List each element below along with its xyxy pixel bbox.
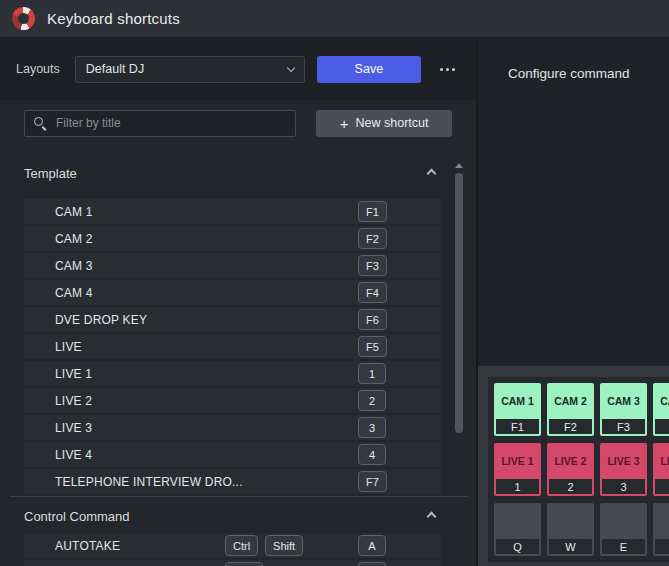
keycap-label: F1 bbox=[496, 419, 539, 434]
shortcut-list-content: Template CAM 1 F1 CAM 2 F2 CAM 3 F3 CAM … bbox=[0, 146, 476, 566]
key-badge bbox=[358, 562, 386, 566]
keycap-label: F3 bbox=[602, 419, 645, 434]
section-header[interactable]: Control Command bbox=[24, 503, 441, 529]
shortcut-section: Control Command AUTOTAKE CtrlShift A bbox=[0, 497, 476, 566]
section-header[interactable]: Template bbox=[24, 160, 441, 186]
save-button[interactable]: Save bbox=[317, 56, 421, 83]
filter-input[interactable] bbox=[54, 115, 287, 131]
key-badge: F3 bbox=[358, 255, 387, 276]
key-badge: F1 bbox=[358, 201, 387, 222]
shortcut-section: Template CAM 1 F1 CAM 2 F2 CAM 3 F3 CAM … bbox=[0, 160, 476, 494]
shortcut-list: Template CAM 1 F1 CAM 2 F2 CAM 3 F3 CAM … bbox=[0, 146, 476, 566]
scrollbar-thumb[interactable] bbox=[455, 173, 463, 433]
shortcut-title: LIVE 2 bbox=[55, 394, 92, 408]
main-key-slot: F3 bbox=[358, 255, 387, 276]
ellipsis-icon bbox=[446, 68, 449, 71]
key-command-label: LIVE 1 bbox=[494, 443, 541, 479]
key-badge: 1 bbox=[358, 363, 386, 384]
shortcut-row[interactable]: CAM 2 F2 bbox=[24, 226, 441, 251]
keyboard-key[interactable]: W bbox=[547, 503, 594, 556]
shortcut-title: CAM 1 bbox=[55, 205, 93, 219]
shortcut-title: LIVE 4 bbox=[55, 448, 92, 462]
chevron-down-icon bbox=[287, 63, 295, 71]
shortcut-row[interactable] bbox=[24, 560, 441, 566]
shortcut-row[interactable]: CAM 3 F3 bbox=[24, 253, 441, 278]
section-title: Template bbox=[24, 166, 77, 181]
key-badge: F5 bbox=[358, 336, 387, 357]
configure-panel-title: Configure command bbox=[508, 66, 630, 81]
key-command-label bbox=[494, 503, 541, 539]
new-shortcut-button[interactable]: + New shortcut bbox=[316, 110, 452, 137]
key-badge: F7 bbox=[358, 471, 387, 492]
filter-box[interactable] bbox=[24, 110, 296, 137]
keyboard-key[interactable]: CAM 2 F2 bbox=[547, 383, 594, 436]
key-badge: F4 bbox=[358, 282, 387, 303]
key-badge: F2 bbox=[358, 228, 387, 249]
keycap-label: R bbox=[655, 539, 669, 554]
keyboard-key[interactable]: LIVE 4 4 bbox=[653, 443, 669, 496]
key-badge: F6 bbox=[358, 309, 387, 330]
keyboard-key[interactable]: Q bbox=[494, 503, 541, 556]
scroll-up-arrow-icon[interactable] bbox=[455, 163, 463, 168]
key-command-label: CAM 3 bbox=[600, 383, 647, 419]
shortcut-row[interactable]: CAM 1 F1 bbox=[24, 199, 441, 224]
keycap-label: 4 bbox=[655, 479, 669, 494]
section-rows: CAM 1 F1 CAM 2 F2 CAM 3 F3 CAM 4 F4 DVE … bbox=[0, 199, 476, 494]
keycap-label: F4 bbox=[655, 419, 669, 434]
keyboard-key[interactable]: LIVE 1 1 bbox=[494, 443, 541, 496]
keyboard-key[interactable]: LIVE 3 3 bbox=[600, 443, 647, 496]
shortcut-row[interactable]: CAM 4 F4 bbox=[24, 280, 441, 305]
shortcut-row[interactable]: AUTOTAKE CtrlShift A bbox=[24, 533, 441, 558]
list-toolbar: + New shortcut bbox=[0, 100, 476, 146]
keycap-label: F2 bbox=[549, 419, 592, 434]
layouts-bar: Layouts Default DJ Save bbox=[0, 38, 476, 100]
main-key-slot: 3 bbox=[358, 417, 386, 438]
key-badge bbox=[225, 562, 263, 566]
shortcut-row[interactable]: LIVE 3 3 bbox=[24, 415, 441, 440]
main-key-slot: F5 bbox=[358, 336, 387, 357]
app-logo-icon bbox=[12, 7, 35, 30]
more-options-button[interactable] bbox=[435, 56, 460, 82]
key-command-label: LIVE 3 bbox=[600, 443, 647, 479]
main-key-slot: 1 bbox=[358, 363, 386, 384]
keyboard-key[interactable]: R bbox=[653, 503, 669, 556]
shortcut-title: LIVE 3 bbox=[55, 421, 92, 435]
key-badge: Shift bbox=[265, 535, 303, 556]
window-title: Keyboard shortcuts bbox=[47, 10, 180, 27]
main-key-slot: 4 bbox=[358, 444, 386, 465]
keyboard-preview-section: CAM 1 F1 CAM 2 F2 CAM 3 F3 CAM 4 F4 LIVE… bbox=[478, 366, 669, 566]
shortcut-title: TELEPHONE INTERVIEW DRO... bbox=[55, 475, 243, 489]
main-key-slot: F7 bbox=[358, 471, 387, 492]
shortcut-title: LIVE 1 bbox=[55, 367, 92, 381]
shortcut-row[interactable]: LIVE 4 4 bbox=[24, 442, 441, 467]
scrollbar[interactable] bbox=[455, 146, 463, 566]
keyboard-key[interactable]: CAM 1 F1 bbox=[494, 383, 541, 436]
keycap-label: Q bbox=[496, 539, 539, 554]
keyboard-grid: CAM 1 F1 CAM 2 F2 CAM 3 F3 CAM 4 F4 LIVE… bbox=[488, 377, 669, 562]
key-command-label: LIVE 4 bbox=[653, 443, 669, 479]
chevron-up-icon bbox=[427, 169, 437, 179]
section-title: Control Command bbox=[24, 509, 130, 524]
shortcut-row[interactable]: LIVE 2 2 bbox=[24, 388, 441, 413]
key-badge: 4 bbox=[358, 444, 386, 465]
main-key-slot: F6 bbox=[358, 309, 387, 330]
search-icon bbox=[33, 116, 47, 130]
shortcut-row[interactable]: TELEPHONE INTERVIEW DRO... F7 bbox=[24, 469, 441, 494]
chevron-up-icon bbox=[427, 512, 437, 522]
keyboard-key[interactable]: CAM 3 F3 bbox=[600, 383, 647, 436]
shortcut-row[interactable]: DVE DROP KEY F6 bbox=[24, 307, 441, 332]
shortcut-row[interactable]: LIVE 1 1 bbox=[24, 361, 441, 386]
configure-panel: Configure command CAM 1 F1 CAM 2 F2 CAM … bbox=[478, 38, 669, 566]
shortcut-title: CAM 4 bbox=[55, 286, 93, 300]
layout-select[interactable]: Default DJ bbox=[75, 56, 305, 83]
keyboard-key[interactable]: LIVE 2 2 bbox=[547, 443, 594, 496]
main-key-slot: 2 bbox=[358, 390, 386, 411]
main-key-slot: F4 bbox=[358, 282, 387, 303]
keyboard-key[interactable]: E bbox=[600, 503, 647, 556]
keyboard-key[interactable]: CAM 4 F4 bbox=[653, 383, 669, 436]
main-key-slot bbox=[358, 562, 386, 566]
shortcut-row[interactable]: LIVE F5 bbox=[24, 334, 441, 359]
key-command-label bbox=[653, 503, 669, 539]
key-command-label: CAM 4 bbox=[653, 383, 669, 419]
key-command-label: CAM 2 bbox=[547, 383, 594, 419]
